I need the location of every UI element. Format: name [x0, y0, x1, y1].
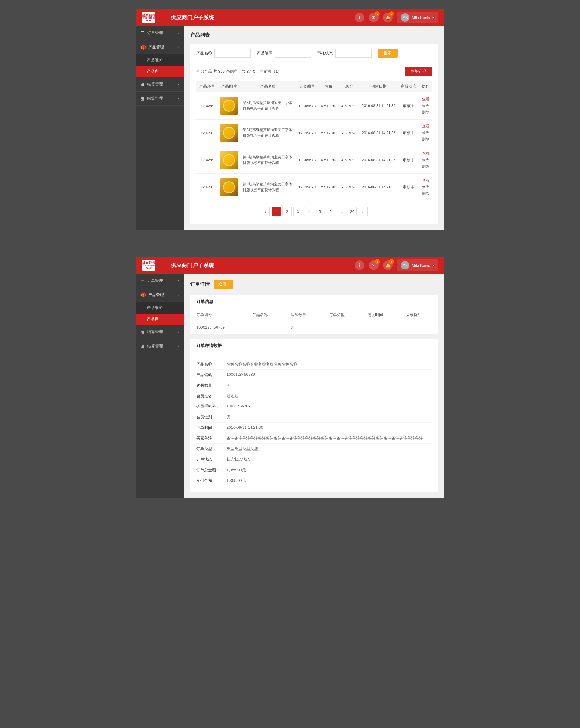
- page-title-row: 订单详情 返回 ›: [190, 280, 438, 289]
- action-delete[interactable]: 删除: [421, 163, 429, 170]
- order-qty-cell: 3: [285, 321, 323, 334]
- search-input-name[interactable]: [214, 49, 251, 58]
- order-info-section: 订单信息 订单编号 产品名称 购买数量 订单类型 进度时间 买家备注: [190, 295, 438, 334]
- detail-value: 1,355.00元: [227, 478, 432, 483]
- search-input-code[interactable]: [275, 49, 311, 58]
- order-type-cell: [323, 321, 361, 334]
- sidebar2-sub-item-product-lib[interactable]: 产品库: [136, 314, 184, 325]
- search-label-name: 产品名称: [196, 50, 212, 56]
- order-col-name: 产品名称: [246, 309, 285, 321]
- detail-label: 实付金额：: [196, 478, 227, 483]
- search-field-status: 审核状态: [317, 49, 372, 58]
- detail-label: 订单类型：: [196, 446, 227, 451]
- sidebar-item-product-mgmt[interactable]: 🎁 产品管理 ▴: [136, 40, 184, 54]
- main-layout2: ☰ 订单管理 ▾ 🎁 产品管理 ▴ 产品维护 产品库 ▦ 结算管理: [136, 274, 444, 498]
- sidebar2-item-settlement1[interactable]: ▦ 结算管理 ▾: [136, 325, 184, 339]
- notification-icon-btn2[interactable]: 🔔 3: [383, 260, 393, 270]
- sidebar2-item-settlement2[interactable]: ▦ 结算管理 ▾: [136, 339, 184, 354]
- detail-value: 1000123456789: [227, 372, 432, 377]
- sidebar-item-settlement1[interactable]: ▦ 结算管理 ▾: [136, 77, 184, 92]
- user-menu-btn2[interactable]: MK Mila Kunis ▾: [397, 259, 438, 271]
- prev-page-btn[interactable]: ‹: [261, 207, 270, 216]
- cell-date: 2016-08-31 14:21:36: [359, 119, 398, 147]
- action-view[interactable]: 查看: [421, 96, 429, 103]
- search-button[interactable]: 搜索: [377, 49, 398, 58]
- header-right2: ℹ ✉ 5 🔔 3 MK Mila Kunis ▾: [354, 259, 438, 271]
- order-col-qty: 购买数量: [285, 309, 323, 321]
- action-view[interactable]: 查看: [421, 123, 429, 130]
- table-row: 123456 第8期高级精英班淘宝美工字体排版视频平面设计教程 12345678…: [196, 174, 432, 201]
- action-delete[interactable]: 删除: [421, 136, 429, 143]
- action-view[interactable]: 查看: [421, 151, 429, 157]
- search-field-name: 产品名称: [196, 49, 251, 58]
- sidebar-item-order-mgmt[interactable]: ☰ 订单管理 ▾: [136, 26, 184, 40]
- action-edit[interactable]: 修改: [421, 103, 429, 109]
- action-edit[interactable]: 修改: [421, 184, 429, 190]
- notification-icon-btn[interactable]: 🔔 3: [383, 13, 393, 22]
- next-page-btn[interactable]: ›: [359, 207, 368, 216]
- detail-label: 会员性别：: [196, 414, 227, 420]
- action-edit[interactable]: 修改: [421, 130, 429, 136]
- message-badge: 5: [375, 11, 380, 16]
- cell-name: 第8期高级精英班淘宝美工字体排版视频平面设计教程: [240, 119, 296, 147]
- detail-row: 订单总金额： 1,355.00元: [196, 465, 432, 475]
- page-btn-3[interactable]: 3: [293, 207, 302, 216]
- col-id: 产品序号: [196, 81, 217, 93]
- detail-row: 实付金额： 1,355.00元: [196, 475, 432, 486]
- info-icon-btn2[interactable]: ℹ: [354, 260, 364, 270]
- sidebar2-item-order-mgmt[interactable]: ☰ 订单管理 ▾: [136, 274, 184, 288]
- detail-row: 产品名称： 名称名称名称名称名称名称名称名称名称: [196, 359, 432, 370]
- table-row: 123456 第8期高级精英班淘宝美工字体排版视频平面设计教程 12345678…: [196, 93, 432, 120]
- detail-value: 姓名姓: [227, 393, 432, 399]
- sidebar2-item-product-mgmt[interactable]: 🎁 产品管理 ▴: [136, 288, 184, 302]
- search-bar: 产品名称 产品编码 审核状态 搜索: [190, 44, 438, 62]
- settlement2-icon: ▦: [141, 96, 145, 101]
- cell-id: 123456: [196, 174, 217, 201]
- table-row: 123456 第8期高级精英班淘宝美工字体排版视频平面设计教程 12345678…: [196, 147, 432, 174]
- sidebar-item-settlement2[interactable]: ▦ 结算管理 ▾: [136, 92, 184, 106]
- system-title: 供应商门户子系统: [171, 14, 214, 21]
- page-btn-2[interactable]: 2: [283, 207, 291, 216]
- action-delete[interactable]: 删除: [421, 190, 429, 197]
- sidebar-label-settlement1: 结算管理: [147, 82, 163, 87]
- action-view[interactable]: 查看: [421, 177, 429, 184]
- detail-label: 买家备注：: [196, 436, 227, 441]
- cell-img: [217, 174, 240, 201]
- message-icon-btn2[interactable]: ✉ 5: [369, 260, 378, 270]
- search-input-status[interactable]: [335, 49, 372, 58]
- detail-row: 买家备注： 备注备注备注备注备注备注备注备注备注备注备注备注备注备注备注备注备注…: [196, 433, 432, 444]
- message-icon-btn[interactable]: ✉ 5: [369, 13, 378, 22]
- page-btn-4[interactable]: 4: [304, 207, 313, 216]
- col-date: 创建日期: [359, 81, 398, 93]
- page-btn-5[interactable]: 5: [315, 207, 324, 216]
- detail-section-title: 订单详情数据: [190, 339, 438, 353]
- detail-grid: 产品名称： 名称名称名称名称名称名称名称名称名称 产品编码： 100012345…: [190, 353, 438, 492]
- chevron-s1-2: ▾: [178, 331, 180, 334]
- sidebar-sub-item-product-maintain[interactable]: 产品维护: [136, 54, 184, 66]
- order-time-cell: [361, 321, 400, 334]
- user-menu-btn[interactable]: MK Mila Kunis ▾: [397, 12, 438, 23]
- notification-badge2: 3: [389, 259, 394, 264]
- action-edit[interactable]: 修改: [421, 157, 429, 163]
- page-btn-6[interactable]: 6: [326, 207, 335, 216]
- order-note-cell: [400, 321, 438, 334]
- sidebar2-sub-item-product-maintain[interactable]: 产品维护: [136, 302, 184, 314]
- action-delete[interactable]: 删除: [421, 109, 429, 116]
- pagination: ‹ 1 2 3 4 5 6 … 20 ›: [196, 201, 432, 217]
- detail-label: 订单总金额：: [196, 467, 227, 473]
- back-button[interactable]: 返回 ›: [214, 280, 233, 289]
- cell-actions: 查看 修改 删除: [419, 174, 432, 201]
- sidebar-sub-item-product-lib[interactable]: 产品库: [136, 66, 184, 77]
- col-img: 产品图片: [217, 81, 240, 93]
- page-btn-20[interactable]: 20: [348, 207, 357, 216]
- cell-price: ¥ 519.90: [318, 119, 339, 147]
- detail-label: 产品编码：: [196, 372, 227, 378]
- page-btn-1[interactable]: 1: [271, 207, 281, 216]
- info-icon-btn[interactable]: ℹ: [354, 13, 364, 22]
- back-btn-icon: ›: [228, 282, 229, 287]
- new-product-button[interactable]: 新增产品: [405, 67, 432, 76]
- sidebar2-sub-product: 产品维护 产品库: [136, 302, 184, 325]
- settlement1-icon2: ▦: [141, 330, 145, 334]
- order-col-time: 进度时间: [361, 309, 400, 321]
- order-detail-section: 订单详情数据 产品名称： 名称名称名称名称名称名称名称名称名称 产品编码： 10…: [190, 339, 438, 492]
